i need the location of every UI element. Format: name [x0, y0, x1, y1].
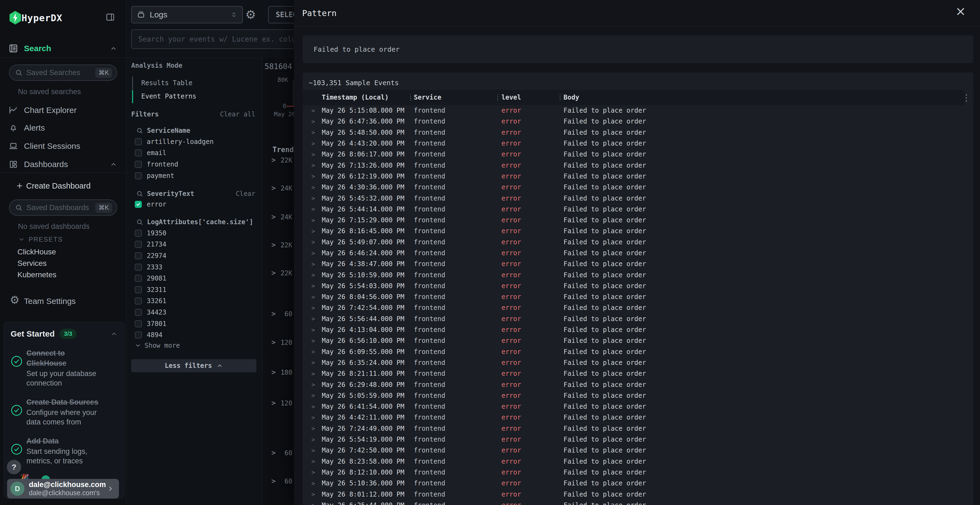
chevron-right-icon[interactable]: >: [271, 477, 276, 485]
event-row[interactable]: > May 26 6:29:48.000 PM frontend error F…: [303, 379, 965, 390]
event-row[interactable]: > May 26 7:42:50.000 PM frontend error F…: [303, 445, 965, 456]
hyperdx-logo-icon[interactable]: [9, 11, 22, 24]
expand-chevron-icon[interactable]: >: [312, 370, 322, 377]
col-header-timestamp[interactable]: Timestamp (Local): [322, 94, 407, 101]
filter-option[interactable]: 37801: [135, 318, 255, 329]
chevron-right-icon[interactable]: >: [271, 241, 276, 249]
event-row[interactable]: > May 26 8:23:58.000 PM frontend error F…: [303, 456, 965, 467]
chevron-right-icon[interactable]: >: [271, 213, 276, 221]
preset-item[interactable]: Kubernetes: [18, 269, 56, 281]
pattern-row[interactable]: > 22K: [262, 154, 294, 165]
less-filters-button[interactable]: Less filters: [131, 359, 256, 372]
chevron-right-icon[interactable]: >: [271, 338, 276, 346]
checkbox-icon[interactable]: [135, 264, 142, 271]
checkbox-icon[interactable]: [135, 297, 142, 305]
chevron-right-icon[interactable]: >: [271, 449, 276, 457]
checkbox-icon[interactable]: [135, 138, 142, 145]
table-menu-kebab-icon[interactable]: ⋮: [962, 92, 971, 103]
presets-toggle[interactable]: PRESETS: [18, 236, 63, 243]
pattern-row[interactable]: > 24K: [262, 183, 294, 194]
search-icon[interactable]: [136, 190, 143, 197]
expand-chevron-icon[interactable]: >: [312, 502, 322, 505]
expand-chevron-icon[interactable]: >: [312, 403, 322, 410]
sidebar-item-dashboards[interactable]: Dashboards: [0, 156, 126, 173]
filter-option[interactable]: error: [135, 199, 255, 210]
event-row[interactable]: > May 26 6:09:55.000 PM frontend error F…: [303, 346, 965, 357]
filter-option[interactable]: 22974: [135, 250, 255, 262]
filter-option[interactable]: 32311: [135, 284, 255, 295]
expand-chevron-icon[interactable]: >: [312, 392, 322, 399]
checkbox-icon[interactable]: [135, 275, 142, 282]
pattern-row[interactable]: > 22K: [262, 240, 294, 250]
expand-chevron-icon[interactable]: >: [312, 491, 322, 498]
sidebar-item-alerts[interactable]: Alerts: [0, 120, 126, 136]
pattern-row[interactable]: > 120: [262, 337, 294, 348]
chevron-right-icon[interactable]: >: [271, 156, 276, 164]
filter-option[interactable]: email: [135, 148, 255, 159]
event-row[interactable]: > May 26 8:06:17.000 PM frontend error F…: [303, 149, 965, 160]
event-row[interactable]: > May 26 6:56:10.000 PM frontend error F…: [303, 335, 965, 346]
expand-chevron-icon[interactable]: >: [312, 294, 322, 300]
saved-searches-input[interactable]: Saved Searches ⌘K: [9, 65, 117, 81]
pattern-row[interactable]: > 120: [262, 397, 294, 408]
expand-chevron-icon[interactable]: >: [312, 239, 322, 245]
event-row[interactable]: > May 26 4:13:04.000 PM frontend error F…: [303, 324, 965, 335]
checkbox-icon[interactable]: [135, 286, 142, 293]
event-row[interactable]: > May 26 7:13:26.000 PM frontend error F…: [303, 160, 965, 171]
expand-chevron-icon[interactable]: >: [312, 469, 322, 476]
expand-chevron-icon[interactable]: >: [312, 151, 322, 158]
event-row[interactable]: > May 26 5:05:59.000 PM frontend error F…: [303, 390, 965, 401]
expand-chevron-icon[interactable]: >: [312, 315, 322, 322]
checkbox-icon[interactable]: [135, 320, 142, 327]
event-row[interactable]: > May 26 6:47:36.000 PM frontend error F…: [303, 116, 965, 127]
chevron-right-icon[interactable]: >: [271, 184, 276, 192]
checkbox-icon[interactable]: [135, 309, 142, 316]
expand-chevron-icon[interactable]: >: [312, 140, 322, 147]
pattern-row[interactable]: > 60: [262, 476, 294, 486]
event-row[interactable]: > May 26 4:43:20.000 PM frontend error F…: [303, 138, 965, 149]
expand-chevron-icon[interactable]: >: [312, 447, 322, 454]
expand-chevron-icon[interactable]: >: [312, 272, 322, 278]
event-row[interactable]: > May 26 5:54:03.000 PM frontend error F…: [303, 281, 965, 291]
expand-chevron-icon[interactable]: >: [312, 129, 322, 136]
chevron-up-icon[interactable]: [111, 330, 118, 337]
filter-option[interactable]: 33261: [135, 295, 255, 307]
event-row[interactable]: > May 26 5:15:08.000 PM frontend error F…: [303, 105, 965, 116]
pattern-row[interactable]: > 24K: [262, 211, 294, 222]
event-row[interactable]: > May 26 8:21:11.000 PM frontend error F…: [303, 368, 965, 379]
filter-option[interactable]: payment: [135, 170, 255, 181]
close-icon[interactable]: ×: [955, 5, 966, 17]
get-started-item[interactable]: Create Data Sources Configure where your…: [11, 397, 118, 427]
expand-chevron-icon[interactable]: >: [312, 206, 322, 213]
pattern-row[interactable]: > 60: [262, 308, 294, 319]
create-dashboard-button[interactable]: Create Dashboard: [0, 178, 126, 194]
get-started-item[interactable]: Add Data Start sending logs, metrics, or…: [11, 436, 118, 466]
saved-dashboards-input[interactable]: Saved Dashboards ⌘K: [9, 199, 117, 216]
expand-chevron-icon[interactable]: >: [312, 458, 322, 465]
event-row[interactable]: > May 26 4:42:11.000 PM frontend error F…: [303, 412, 965, 423]
filter-option[interactable]: 2333: [135, 262, 255, 273]
pattern-row[interactable]: > 180: [262, 367, 294, 378]
expand-chevron-icon[interactable]: >: [312, 195, 322, 202]
checkbox-icon[interactable]: [135, 252, 142, 259]
help-button[interactable]: ?: [7, 460, 21, 474]
checkbox-icon[interactable]: [135, 241, 142, 248]
filter-option[interactable]: artillery-loadgen: [135, 136, 255, 148]
event-row[interactable]: > May 26 8:04:56.000 PM frontend error F…: [303, 291, 965, 302]
expand-chevron-icon[interactable]: >: [312, 173, 322, 179]
filter-option[interactable]: 29081: [135, 273, 255, 284]
expand-chevron-icon[interactable]: >: [312, 283, 322, 289]
event-row[interactable]: > May 26 5:48:50.000 PM frontend error F…: [303, 127, 965, 138]
chevron-right-icon[interactable]: >: [271, 269, 276, 277]
sidebar-item-client-sessions[interactable]: Client Sessions: [0, 138, 126, 154]
sidebar-item-team-settings[interactable]: ⚙ Team Settings: [0, 293, 126, 310]
event-row[interactable]: > May 26 7:42:54.000 PM frontend error F…: [303, 302, 965, 313]
event-row[interactable]: > May 26 5:10:59.000 PM frontend error F…: [303, 269, 965, 280]
analysis-option-event-patterns[interactable]: Event Patterns: [141, 92, 196, 100]
filter-option[interactable]: 19350: [135, 227, 255, 239]
preset-item[interactable]: ClickHouse: [18, 246, 56, 258]
col-header-service[interactable]: Service: [414, 94, 494, 101]
pattern-row[interactable]: > 22K: [262, 267, 294, 278]
event-row[interactable]: > May 26 8:01:12.000 PM frontend error F…: [303, 489, 965, 500]
event-row[interactable]: > May 26 7:24:49.000 PM frontend error F…: [303, 423, 965, 434]
